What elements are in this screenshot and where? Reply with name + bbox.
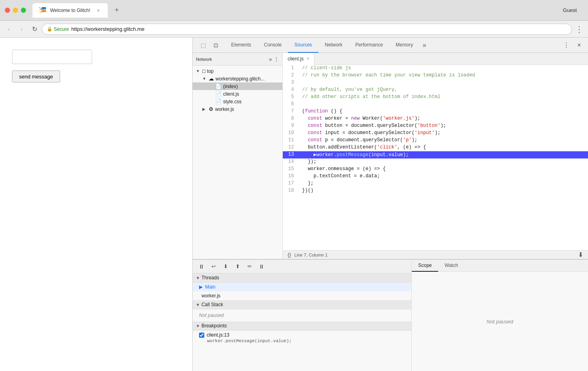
devtools-bottom-panel: ⏸ ↩ ⬇ ⬆ ✏ ⏸ ▼ Threads bbox=[193, 259, 588, 371]
breakpoints-title: Breakpoints bbox=[201, 323, 227, 329]
send-message-button[interactable]: send message bbox=[12, 70, 60, 82]
code-line-11: 11 const p = document.querySelector('p')… bbox=[283, 137, 588, 144]
tree-label-domain: workerstepping.glitch... bbox=[215, 76, 265, 82]
close-button[interactable] bbox=[5, 8, 10, 13]
breakpoint-item-1: client.js:13 worker.postMessage(input.va… bbox=[193, 331, 411, 347]
new-tab-button[interactable]: + bbox=[111, 5, 122, 16]
code-line-12: 12 button.addEventListener('click', (e) … bbox=[283, 144, 588, 151]
tree-item-top[interactable]: ▼ □ top bbox=[193, 67, 282, 75]
traffic-lights bbox=[5, 8, 26, 13]
scope-tabs: Scope Watch bbox=[412, 260, 588, 272]
tab-watch[interactable]: Watch bbox=[438, 260, 465, 272]
code-tabs: client.js × bbox=[283, 53, 588, 65]
devtools-tab-bar: ⬚ ⊡ Elements Console Sources Network bbox=[193, 38, 588, 53]
tree-item-clientjs[interactable]: 📄 client.js bbox=[193, 90, 282, 98]
pause-on-exceptions-button[interactable]: ⏸ bbox=[256, 261, 267, 272]
back-button[interactable]: ‹ bbox=[3, 24, 14, 35]
code-line-18: 18 })() bbox=[283, 187, 588, 195]
title-bar: 🎏 Welcome to Glitch! × + Guest bbox=[0, 0, 588, 21]
code-status-text: Line 7, Column 1 bbox=[294, 253, 328, 257]
minimize-button[interactable] bbox=[13, 8, 18, 13]
tab-sources[interactable]: Sources bbox=[288, 38, 318, 53]
pause-resume-button[interactable]: ⏸ bbox=[196, 261, 207, 272]
address-bar[interactable]: 🔒 Secure https://workerstepping.glitch.m… bbox=[42, 24, 572, 35]
tree-item-domain[interactable]: ▼ ☁ workerstepping.glitch... bbox=[193, 75, 282, 82]
code-line-10: 10 const input = document.querySelector(… bbox=[283, 130, 588, 137]
tab-memory[interactable]: Memory bbox=[389, 38, 419, 53]
thread-main[interactable]: ▶ Main bbox=[193, 283, 411, 291]
chevron-down-icon: ▼ bbox=[196, 69, 201, 73]
thread-workerjs[interactable]: worker.js bbox=[193, 291, 411, 300]
more-tabs-button[interactable]: » bbox=[419, 42, 429, 49]
panel-header-label: Network bbox=[196, 57, 267, 62]
tree-item-stylecss[interactable]: 📄 style.css bbox=[193, 98, 282, 105]
devtools-panel: ⬚ ⊡ Elements Console Sources Network bbox=[192, 38, 588, 371]
devtools-tabs-list: Elements Console Sources Network Perform… bbox=[225, 38, 561, 53]
step-into-button[interactable]: ⬇ bbox=[220, 261, 231, 272]
call-stack-section: ▼ Call Stack Not paused bbox=[193, 300, 411, 321]
tab-close-button[interactable]: × bbox=[95, 7, 101, 14]
breakpoints-section: ▼ Breakpoints client.js:13 worker.postMe… bbox=[193, 321, 411, 347]
code-tab-clientjs[interactable]: client.js × bbox=[283, 53, 314, 65]
code-line-2: 2 // run by the browser each time your v… bbox=[283, 72, 588, 79]
code-line-15: 15 worker.onmessage = (e) => { bbox=[283, 166, 588, 173]
panel-kebab-button[interactable]: ⋮ bbox=[274, 56, 279, 62]
panel-header: Network » ⋮ bbox=[193, 53, 282, 66]
code-status-icon: {} bbox=[288, 252, 291, 258]
thread-main-label: Main bbox=[205, 284, 215, 290]
panel-expand-button[interactable]: » bbox=[267, 56, 274, 62]
step-over-button[interactable]: ↩ bbox=[208, 261, 219, 272]
active-thread-icon: ▶ bbox=[199, 284, 203, 290]
code-editor[interactable]: 1 // client-side js 2 // run by the brow… bbox=[283, 65, 588, 250]
code-tab-name: client.js bbox=[288, 56, 304, 62]
code-line-7: 7 (function () { bbox=[283, 108, 588, 115]
code-format-button[interactable]: ⬇ bbox=[578, 251, 583, 259]
step-out-button[interactable]: ⬆ bbox=[232, 261, 243, 272]
devtools-file-panel: Network » ⋮ ▼ □ top bbox=[193, 53, 283, 259]
browser-more-button[interactable]: ⋮ bbox=[574, 24, 585, 35]
code-line-14: 14 }); bbox=[283, 158, 588, 166]
tab-scope[interactable]: Scope bbox=[412, 260, 438, 272]
chevron-down-icon: ▼ bbox=[196, 303, 200, 307]
code-line-13: 13 ▶worker.postMessage(input.value); bbox=[283, 151, 588, 158]
chevron-down-icon: ▼ bbox=[196, 276, 200, 280]
secure-label: Secure bbox=[54, 26, 69, 32]
deactivate-breakpoints-button[interactable]: ✏ bbox=[244, 261, 255, 272]
tree-item-index[interactable]: 📄 (index) bbox=[193, 82, 282, 90]
refresh-button[interactable]: ↻ bbox=[29, 24, 40, 35]
call-stack-not-paused: Not paused bbox=[193, 309, 411, 321]
tree-item-workerjs[interactable]: ▶ ⚙ worker.js bbox=[193, 105, 282, 113]
debug-toolbar: ⏸ ↩ ⬇ ⬆ ✏ ⏸ bbox=[193, 260, 411, 273]
forward-button[interactable]: › bbox=[16, 24, 27, 35]
inspect-element-button[interactable]: ⬚ bbox=[197, 40, 209, 51]
secure-badge: 🔒 Secure bbox=[47, 26, 69, 32]
scope-not-paused: Not paused bbox=[487, 319, 513, 325]
thread-workerjs-label: worker.js bbox=[201, 293, 220, 299]
folder-icon: □ bbox=[202, 68, 205, 74]
code-line-9: 9 const button = document.querySelector(… bbox=[283, 122, 588, 130]
devtools-kebab-button[interactable]: ⋮ bbox=[561, 40, 572, 51]
tree-label-clientjs: client.js bbox=[223, 91, 239, 97]
breakpoint-checkbox[interactable] bbox=[199, 333, 204, 338]
call-stack-header[interactable]: ▼ Call Stack bbox=[193, 300, 411, 309]
fullscreen-button[interactable] bbox=[21, 8, 26, 13]
code-tab-close-button[interactable]: × bbox=[307, 56, 309, 61]
code-line-8: 8 const worker = new Worker('worker.js')… bbox=[283, 115, 588, 122]
nav-bar: ‹ › ↻ 🔒 Secure https://workerstepping.gl… bbox=[0, 21, 588, 38]
breakpoints-header[interactable]: ▼ Breakpoints bbox=[193, 321, 411, 331]
devtools-code-panel: client.js × 1 // client-side js bbox=[283, 53, 588, 259]
threads-header[interactable]: ▼ Threads bbox=[193, 273, 411, 283]
browser-tab[interactable]: 🎏 Welcome to Glitch! × bbox=[32, 3, 108, 18]
tab-network[interactable]: Network bbox=[318, 38, 349, 53]
cloud-icon: ☁ bbox=[209, 76, 214, 82]
device-toolbar-button[interactable]: ⊡ bbox=[210, 40, 222, 51]
threads-section: ▼ Threads ▶ Main worker.js bbox=[193, 273, 411, 300]
tab-elements[interactable]: Elements bbox=[225, 38, 258, 53]
message-input[interactable] bbox=[12, 50, 92, 64]
devtools-close-button[interactable]: × bbox=[574, 40, 585, 51]
tree-label-stylecss: style.css bbox=[223, 99, 242, 104]
tab-performance[interactable]: Performance bbox=[349, 38, 389, 53]
breakpoint-code: worker.postMessage(input.value); bbox=[199, 339, 408, 343]
code-line-4: 4 // by default, you've got jQuery, bbox=[283, 86, 588, 94]
tab-console[interactable]: Console bbox=[258, 38, 288, 53]
